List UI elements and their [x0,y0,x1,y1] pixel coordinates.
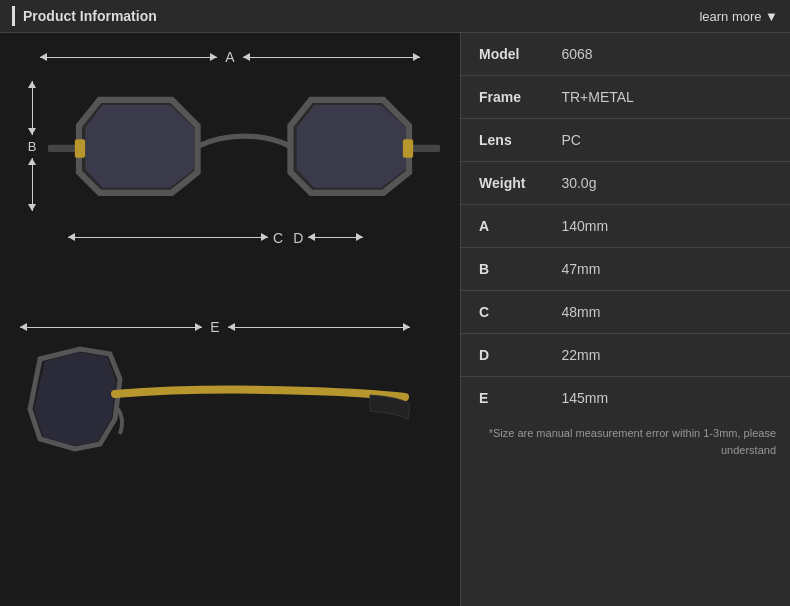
header: Product Information learn more ▼ [0,0,790,33]
dim-b-label: B [28,139,37,154]
arrow-b-down [32,158,33,212]
side-view-diagram: E [20,319,440,479]
dimension-cd-row: C D [40,230,420,246]
spec-label: E [461,377,543,420]
table-row: D 22mm [461,334,790,377]
spec-value: 30.0g [543,162,790,205]
front-view-diagram: A B [20,49,440,299]
arrow-e-right [228,327,410,328]
spec-value: 140mm [543,205,790,248]
front-view-area: B [20,69,440,224]
table-row: C 48mm [461,291,790,334]
left-panel: A B [0,33,460,606]
glasses-side-svg [20,339,410,479]
table-row: B 47mm [461,248,790,291]
header-bar-decoration [12,6,15,26]
spec-value: 22mm [543,334,790,377]
table-row: A 140mm [461,205,790,248]
spec-label: Frame [461,76,543,119]
arrow-d [308,237,363,238]
page-title: Product Information [23,8,157,24]
dimension-e-row: E [20,319,410,335]
table-row: E 145mm [461,377,790,420]
spec-value: PC [543,119,790,162]
spec-value: 145mm [543,377,790,420]
spec-value: 6068 [543,33,790,76]
dim-d-label: D [288,230,308,246]
header-left: Product Information [12,6,157,26]
dim-e-label: E [202,319,227,335]
arrow-a-right [243,57,420,58]
spec-value: 48mm [543,291,790,334]
spec-label: Model [461,33,543,76]
table-row: Model 6068 [461,33,790,76]
dimension-b-col: B [20,81,44,211]
learn-more-button[interactable]: learn more ▼ [699,9,778,24]
svg-rect-3 [75,139,85,158]
table-row: Weight 30.0g [461,162,790,205]
glasses-front-svg [48,69,440,224]
spec-label: Weight [461,162,543,205]
arrow-c [68,237,268,238]
dim-a-label: A [217,49,242,65]
arrow-e-left [20,327,202,328]
spec-value: TR+METAL [543,76,790,119]
arrow-a-left [40,57,217,58]
right-panel: Model 6068 Frame TR+METAL Lens PC Weight… [460,33,790,606]
spec-label: C [461,291,543,334]
arrow-b-up [32,81,33,135]
dimension-a-row: A [40,49,420,65]
svg-rect-4 [403,139,413,158]
table-row: Frame TR+METAL [461,76,790,119]
spec-label: D [461,334,543,377]
table-row: Lens PC [461,119,790,162]
spec-label: B [461,248,543,291]
spec-label: Lens [461,119,543,162]
measurement-note: *Size are manual measurement error withi… [461,419,790,464]
spec-label: A [461,205,543,248]
specs-table: Model 6068 Frame TR+METAL Lens PC Weight… [461,33,790,419]
spec-value: 47mm [543,248,790,291]
dim-c-label: C [268,230,288,246]
main-content: A B [0,33,790,606]
